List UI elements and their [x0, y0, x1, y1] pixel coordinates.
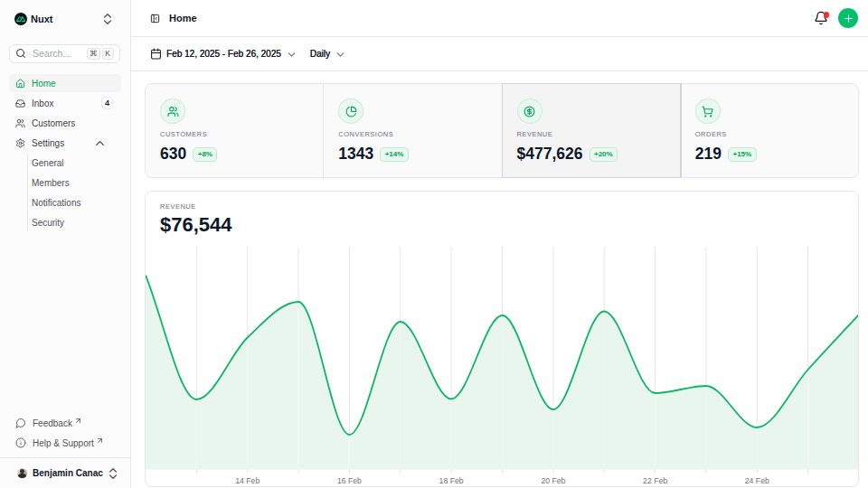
svg-text:22 Feb: 22 Feb	[643, 476, 667, 485]
svg-text:14 Feb: 14 Feb	[235, 476, 259, 485]
svg-text:18 Feb: 18 Feb	[439, 476, 464, 485]
svg-text:16 Feb: 16 Feb	[337, 476, 362, 485]
svg-text:24 Feb: 24 Feb	[745, 476, 769, 485]
svg-text:20 Feb: 20 Feb	[541, 476, 565, 485]
